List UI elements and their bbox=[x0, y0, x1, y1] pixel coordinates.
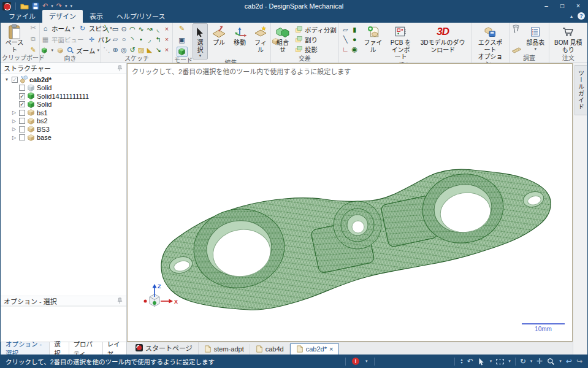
pin-icon[interactable] bbox=[116, 65, 123, 72]
zoom-dropdown-icon[interactable]: ▾ bbox=[559, 359, 562, 364]
tab-options-select[interactable]: オプション - 選択 bbox=[1, 342, 50, 355]
spin-dropdown-icon[interactable]: ▾ bbox=[530, 359, 533, 364]
3d-viewport[interactable]: クリックして、2番目の選択を他のツール内で使用するように設定します bbox=[127, 63, 573, 342]
split-button[interactable]: 割り bbox=[295, 34, 337, 44]
sketch-construction-icon[interactable]: ʃ bbox=[106, 36, 107, 43]
sketch-split-icon[interactable]: × bbox=[165, 36, 169, 43]
solid-mode-icon[interactable] bbox=[177, 47, 188, 57]
spin-tool-icon[interactable]: ↻ bbox=[520, 358, 526, 365]
sketch-hatch-icon[interactable]: ▨ bbox=[138, 47, 144, 53]
sketch-circle-icon[interactable]: ⊙ bbox=[121, 26, 126, 33]
checkbox-checked[interactable]: ✓ bbox=[19, 101, 25, 107]
sketch-tangent-icon[interactable]: ↝ bbox=[147, 26, 152, 33]
expand-icon[interactable]: ▾ bbox=[4, 77, 10, 82]
sketch-arc-icon[interactable]: ◠ bbox=[129, 26, 136, 33]
tree-row-bs3[interactable]: ▷ BS3 bbox=[1, 125, 126, 134]
selection-box-dropdown-icon[interactable]: ▾ bbox=[508, 359, 511, 364]
project-button[interactable]: 投影 bbox=[295, 44, 337, 54]
insert-line-icon[interactable]: ╲ bbox=[343, 36, 348, 43]
sketch-chamfer-icon[interactable]: ◣ bbox=[147, 47, 152, 53]
sketch-spline-icon[interactable]: ∿ bbox=[138, 26, 143, 33]
pcb-import-button[interactable]: PCB をインポート bbox=[386, 23, 414, 62]
select-cursor-icon[interactable] bbox=[478, 358, 486, 366]
sketch-bend-icon[interactable]: ◟ bbox=[157, 26, 159, 33]
tab-layers[interactable]: レイヤ bbox=[103, 342, 126, 355]
sketch-delete-icon[interactable]: × bbox=[165, 47, 169, 53]
doc-tab-stem-adpt[interactable]: stem-adpt bbox=[199, 344, 250, 355]
sketch-offset-icon[interactable]: ↰ bbox=[155, 36, 161, 43]
tree-row-solid1[interactable]: Solid bbox=[1, 84, 126, 93]
insert-axes-icon[interactable]: ∟ bbox=[342, 46, 349, 53]
minimize-button[interactable]: – bbox=[539, 1, 554, 10]
warning-icon[interactable]: ! bbox=[352, 358, 359, 365]
section-mode-icon[interactable]: ▣ bbox=[177, 35, 188, 45]
sketch-sweep-arc-icon[interactable]: ◝ bbox=[131, 36, 134, 43]
export-options-button[interactable]: エクスポート オプション ▾ bbox=[473, 23, 508, 69]
next-view-icon[interactable]: ↪ bbox=[576, 358, 582, 365]
maximize-button[interactable]: □ bbox=[555, 1, 570, 10]
sketch-reference-icon[interactable]: ⋱ bbox=[104, 47, 110, 53]
format-painter-icon[interactable]: ✎ bbox=[29, 47, 37, 53]
sketch-trim-icon[interactable]: × bbox=[165, 26, 169, 33]
tree-row-solid3[interactable]: ✓ Solid bbox=[1, 101, 126, 109]
sketch-circle3pt-icon[interactable]: ⊕ bbox=[112, 47, 118, 53]
ruler-icon[interactable] bbox=[511, 47, 522, 53]
warning-dropdown-icon[interactable]: ▾ bbox=[365, 359, 368, 364]
doc-tab-cab4d[interactable]: cab4d bbox=[250, 344, 290, 355]
zoom-tool-icon[interactable] bbox=[547, 358, 555, 366]
tool-guide-tab[interactable]: ツールガイド bbox=[575, 65, 587, 115]
checkbox-partial[interactable]: ✓ bbox=[12, 77, 18, 83]
plan-view-button[interactable]: ▦平面ビュー bbox=[41, 34, 84, 44]
view-cube-icon[interactable] bbox=[41, 47, 47, 55]
collapse-icon[interactable]: ▷ bbox=[11, 110, 17, 115]
home-view-button[interactable]: ⌂ホーム▾ bbox=[41, 23, 75, 33]
insert-shell-icon[interactable]: ◉ bbox=[351, 46, 357, 53]
doc-tab-start-page[interactable]: スタートページ bbox=[130, 342, 199, 355]
split-body-button[interactable]: ボディ分割 bbox=[295, 25, 337, 34]
collapse-icon[interactable]: ▷ bbox=[11, 126, 17, 132]
checkbox-unchecked[interactable] bbox=[19, 118, 25, 124]
checkbox-unchecked[interactable] bbox=[19, 126, 25, 132]
select-tool-button[interactable]: 選択 ▾ bbox=[193, 23, 208, 59]
tree-row-bs2[interactable]: ▷ bs2 bbox=[1, 117, 126, 126]
pull-tool-button[interactable]: プル bbox=[209, 23, 229, 59]
selection-box-icon[interactable] bbox=[496, 359, 504, 364]
checkbox-checked[interactable]: ✓ bbox=[19, 93, 25, 99]
collapse-icon[interactable]: ▷ bbox=[11, 135, 17, 140]
tree-row-bs1[interactable]: ▷ bs1 bbox=[1, 109, 126, 117]
tab-design[interactable]: デザイン bbox=[42, 10, 83, 23]
collapse-icon[interactable]: ▷ bbox=[11, 118, 17, 124]
sketch-rectangle-icon[interactable]: ▭ bbox=[112, 26, 118, 33]
tree-row-solid2[interactable]: ✓ Solid14111111111 bbox=[1, 92, 126, 101]
pan-tool-icon[interactable]: ✛ bbox=[536, 358, 543, 365]
tab-select[interactable]: 選択 bbox=[50, 342, 69, 355]
sketch-mode-icon[interactable]: ✎ bbox=[177, 23, 188, 34]
close-button[interactable]: × bbox=[571, 1, 586, 10]
fill-tool-button[interactable]: フィル bbox=[251, 23, 270, 59]
open-file-icon[interactable] bbox=[20, 2, 29, 10]
zoom-button[interactable]: ズーム▾ bbox=[67, 45, 99, 55]
tab-file[interactable]: ファイル bbox=[2, 10, 42, 23]
paste-button[interactable]: ペースト bbox=[2, 23, 27, 55]
pin-icon[interactable] bbox=[116, 297, 123, 304]
sketch-ellipse-icon[interactable]: ○ bbox=[122, 36, 126, 43]
sketch-fillet-icon[interactable]: ◞ bbox=[148, 36, 151, 43]
spin-history-icon[interactable]: ↶ bbox=[467, 358, 473, 365]
insert-plane-icon[interactable]: ▱ bbox=[343, 26, 348, 33]
sketch-polygon-icon[interactable]: ▱ bbox=[113, 36, 118, 43]
insert-cylinder-icon[interactable]: ▮ bbox=[353, 26, 356, 33]
spinner-icon[interactable]: ▴▾ bbox=[461, 358, 463, 364]
doc-tab-cab2d[interactable]: cab2d* × bbox=[290, 343, 340, 355]
sketch-line-icon[interactable]: ╲ bbox=[105, 26, 109, 33]
snapshot-icon[interactable] bbox=[57, 47, 63, 55]
sketch-rotate-icon[interactable]: ↺ bbox=[129, 47, 135, 53]
insert-file-button[interactable]: ファイル bbox=[361, 23, 386, 62]
undo-dropdown-icon[interactable]: ▾ bbox=[51, 4, 53, 9]
checkbox-unchecked[interactable] bbox=[19, 110, 25, 116]
combine-button[interactable]: 組合せ bbox=[272, 23, 293, 55]
move-tool-button[interactable]: 移動 bbox=[230, 23, 250, 59]
checkbox-unchecked[interactable] bbox=[19, 134, 25, 140]
customize-toolbar-icon[interactable]: ▾ bbox=[70, 4, 72, 9]
mesh-model[interactable] bbox=[159, 164, 555, 317]
sketch-concentric-icon[interactable]: ◎ bbox=[121, 47, 127, 53]
